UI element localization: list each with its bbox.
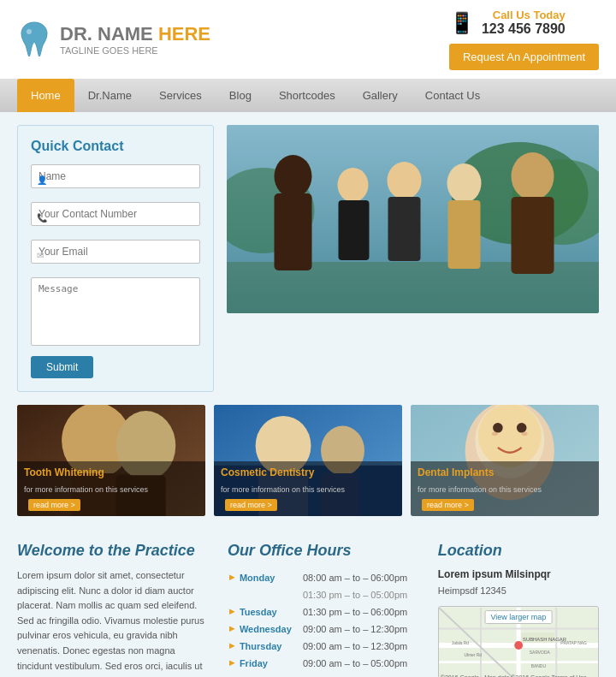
- hours-thursday: Thursday 09:00 am – to – 12:30pm: [229, 638, 419, 654]
- hours-monday-2: 01:30 pm – to – 05:00pm: [229, 587, 419, 603]
- welcome-panel: Welcome to the Practice Lorem ipsum dolo…: [17, 542, 210, 677]
- family-photo: [227, 125, 599, 313]
- svg-text:BANDU: BANDU: [531, 664, 547, 668]
- svg-point-31: [493, 423, 503, 433]
- service-desc-1: for more information on this services: [24, 485, 148, 494]
- svg-point-0: [27, 29, 32, 34]
- svg-point-14: [512, 152, 554, 200]
- svg-text:Ulmer Rd: Ulmer Rd: [464, 652, 482, 656]
- message-input[interactable]: [31, 277, 200, 346]
- logo-name: DR. NAME HERE: [60, 23, 210, 45]
- phone-icon: 📱: [449, 11, 475, 35]
- hours-friday-day: Friday: [229, 656, 298, 671]
- phone-number: 123 456 7890: [482, 21, 566, 37]
- location-title: Location: [438, 542, 599, 560]
- svg-rect-15: [512, 197, 554, 274]
- quick-contact-title: Quick Contact: [31, 139, 200, 154]
- nav-drname[interactable]: Dr.Name: [74, 79, 145, 112]
- logo-tagline: TAGLINE GOES HERE: [60, 45, 210, 56]
- main-content: Quick Contact 👤 📞 ✉ Submit: [0, 112, 616, 677]
- nav-gallery[interactable]: Gallery: [349, 79, 412, 112]
- office-hours-title: Our Office Hours: [228, 542, 421, 560]
- hours-thursday-time: 09:00 am – to – 12:30pm: [299, 638, 419, 654]
- name-input[interactable]: [31, 164, 200, 188]
- svg-rect-7: [275, 193, 312, 270]
- name-input-wrap: 👤: [31, 164, 200, 195]
- service-caption-1: Tooth Whitening for more information on …: [17, 461, 205, 516]
- service-item-cosmetic-dentistry: Cosmetic Dentistry for more information …: [214, 405, 402, 516]
- hours-monday-time2: 01:30 pm – to – 05:00pm: [299, 587, 419, 603]
- info-section: Welcome to the Practice Lorem ipsum dolo…: [17, 529, 599, 677]
- svg-text:Jalala Rd: Jalala Rd: [451, 641, 469, 645]
- phone-field-icon: 📞: [37, 213, 47, 223]
- service-item-dental-implants: Dental Implants for more information on …: [411, 405, 599, 516]
- header: DR. NAME HERE TAGLINE GOES HERE 📱 Call U…: [0, 0, 616, 79]
- service-title-1: Tooth Whitening: [24, 466, 198, 478]
- svg-point-10: [388, 162, 422, 199]
- location-address1: Lorem ipsum Milsinpqr: [438, 568, 599, 580]
- hero-image: [227, 125, 599, 313]
- service-item-tooth-whitening: Tooth Whitening for more information on …: [17, 405, 205, 516]
- svg-point-50: [514, 641, 523, 650]
- hours-tuesday-time: 01:30 pm – to – 06:00pm: [299, 604, 419, 620]
- svg-text:SARVODA: SARVODA: [530, 650, 551, 654]
- call-label: Call Us Today: [482, 9, 566, 21]
- hours-wednesday-time: 09:00 am – to – 12:30pm: [299, 621, 419, 637]
- map-container: SUBHASH NAGAR Jalala Rd Ulmer Rd BANDU P…: [438, 606, 599, 677]
- view-larger-map-button[interactable]: View larger map: [484, 610, 552, 624]
- nav-contact[interactable]: Contact Us: [412, 79, 494, 112]
- read-more-btn-1[interactable]: read more >: [28, 499, 80, 511]
- map-inner: SUBHASH NAGAR Jalala Rd Ulmer Rd BANDU P…: [439, 607, 598, 677]
- logo-area: DR. NAME HERE TAGLINE GOES HERE: [17, 18, 210, 61]
- nav-shortcodes[interactable]: Shortcodes: [265, 79, 349, 112]
- service-desc-2: for more information on this services: [221, 485, 345, 494]
- service-title-2: Cosmetic Dentistry: [221, 466, 395, 478]
- location-address2: Heimpsdf 12345: [438, 584, 599, 599]
- nav-home[interactable]: Home: [17, 79, 74, 112]
- hours-monday-day: Monday: [229, 570, 298, 585]
- header-right: 📱 Call Us Today 123 456 7890 Request An …: [449, 9, 599, 70]
- submit-button[interactable]: Submit: [31, 356, 93, 378]
- email-input[interactable]: [31, 240, 200, 264]
- hours-wednesday-day: Wednesday: [229, 621, 298, 637]
- phone-input[interactable]: [31, 202, 200, 226]
- hero-section: Quick Contact 👤 📞 ✉ Submit: [17, 125, 599, 392]
- service-caption-2: Cosmetic Dentistry for more information …: [214, 461, 402, 516]
- hours-monday-time1: 08:00 am – to – 06:00pm: [299, 570, 419, 585]
- hours-wednesday: Wednesday 09:00 am – to – 12:30pm: [229, 621, 419, 637]
- service-caption-3: Dental Implants for more information on …: [411, 461, 599, 516]
- office-hours-panel: Our Office Hours Monday 08:00 am – to – …: [228, 542, 421, 677]
- svg-rect-9: [339, 200, 370, 260]
- svg-point-8: [338, 168, 369, 202]
- read-more-btn-3[interactable]: read more >: [422, 499, 474, 511]
- welcome-body: Lorem ipsum dolor sit amet, consectetur …: [17, 568, 210, 677]
- svg-point-32: [517, 423, 527, 433]
- phone-input-wrap: 📞: [31, 202, 200, 233]
- service-title-3: Dental Implants: [418, 466, 592, 478]
- location-panel: Location Lorem ipsum Milsinpqr Heimpsdf …: [438, 542, 599, 677]
- nav-services[interactable]: Services: [145, 79, 216, 112]
- hours-tuesday: Tuesday 01:30 pm – to – 06:00pm: [229, 604, 419, 620]
- logo-text: DR. NAME HERE TAGLINE GOES HERE: [60, 23, 210, 56]
- svg-rect-13: [448, 200, 481, 269]
- read-more-btn-2[interactable]: read more >: [225, 499, 277, 511]
- email-icon: ✉: [37, 251, 44, 260]
- hours-thursday-day: Thursday: [229, 638, 298, 654]
- call-text: Call Us Today 123 456 7890: [482, 9, 566, 37]
- svg-point-34: [522, 431, 528, 436]
- svg-point-30: [478, 405, 542, 467]
- svg-rect-11: [388, 197, 421, 261]
- hours-friday-time: 09:00 am – to – 05:00pm: [299, 656, 419, 671]
- quick-contact-panel: Quick Contact 👤 📞 ✉ Submit: [17, 125, 214, 392]
- person-icon: 👤: [37, 175, 47, 185]
- map-copyright: ©2016 Google - Map data ©2016 Google Ter…: [441, 674, 587, 677]
- svg-text:PRATAP NAG: PRATAP NAG: [560, 641, 587, 645]
- hours-table: Monday 08:00 am – to – 06:00pm 01:30 pm …: [228, 568, 421, 673]
- request-appointment-button[interactable]: Request An Appointment: [449, 44, 599, 70]
- welcome-title: Welcome to the Practice: [17, 542, 210, 560]
- svg-point-33: [492, 431, 498, 436]
- nav-blog[interactable]: Blog: [216, 79, 265, 112]
- services-row: Tooth Whitening for more information on …: [17, 405, 599, 516]
- hours-tuesday-day: Tuesday: [229, 604, 298, 620]
- tooth-logo-icon: [17, 18, 51, 61]
